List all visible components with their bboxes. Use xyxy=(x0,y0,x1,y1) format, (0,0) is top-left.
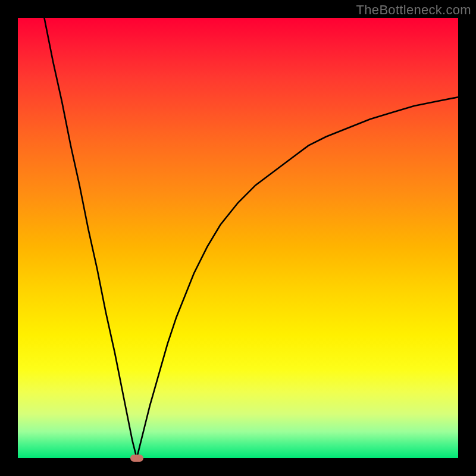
bottleneck-curve xyxy=(18,18,458,458)
watermark-text: TheBottleneck.com xyxy=(356,2,471,18)
plot-area xyxy=(18,18,458,458)
chart-frame: TheBottleneck.com xyxy=(0,0,476,476)
curve-path xyxy=(44,18,458,458)
min-marker xyxy=(130,455,143,462)
